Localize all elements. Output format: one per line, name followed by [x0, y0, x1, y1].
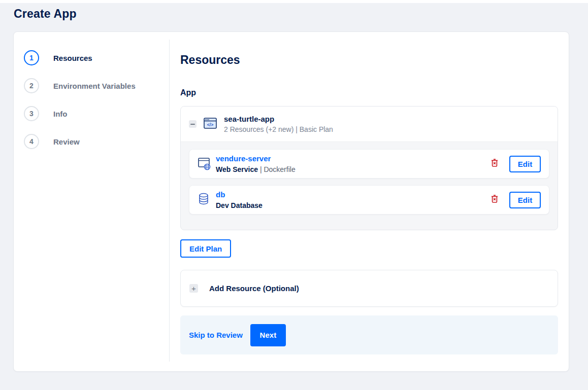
step-environment-variables[interactable]: 2 Environment Variables	[24, 78, 170, 93]
svg-text:</>: </>	[207, 122, 213, 127]
step-review[interactable]: 4 Review	[24, 134, 170, 149]
resource-type: Dev Database	[216, 201, 263, 209]
step-number-badge: 2	[24, 78, 39, 93]
resource-name-link[interactable]: db	[216, 190, 225, 199]
create-app-card: 1 Resources 2 Environment Variables 3 In…	[13, 31, 569, 372]
step-label: Resources	[53, 54, 92, 62]
step-info[interactable]: 3 Info	[24, 106, 170, 121]
resource-row-database: db Dev Database	[189, 185, 549, 215]
app-card-header: </> sea-turtle-app 2 Resources (+2 new) …	[181, 107, 558, 142]
edit-plan-button[interactable]: Edit Plan	[180, 239, 231, 258]
collapse-app-button[interactable]	[189, 120, 197, 128]
delete-resource-button[interactable]	[488, 192, 501, 207]
app-icon: </>	[203, 116, 218, 133]
resource-name-link[interactable]: vendure-server	[216, 154, 271, 163]
add-resource-button[interactable]: + Add Resource (Optional)	[180, 270, 558, 307]
trash-icon	[491, 194, 499, 205]
resource-detail: Web Service | Dockerfile	[216, 165, 296, 173]
resource-row-web-service: vendure-server Web Service | Dockerfile	[189, 149, 549, 179]
resource-text: vendure-server Web Service | Dockerfile	[216, 154, 296, 173]
step-label: Info	[53, 110, 68, 118]
top-strip	[0, 0, 588, 3]
next-button[interactable]: Next	[250, 324, 286, 346]
wizard-stepper: 1 Resources 2 Environment Variables 3 In…	[14, 32, 170, 371]
minus-icon	[190, 124, 195, 125]
web-service-icon	[198, 156, 212, 172]
add-resource-label: Add Resource (Optional)	[209, 284, 299, 293]
app-section-label: App	[180, 88, 558, 97]
step-label: Review	[53, 137, 80, 146]
resource-text: db Dev Database	[216, 190, 263, 209]
step-resources[interactable]: 1 Resources	[24, 50, 170, 65]
step-number-badge: 3	[24, 106, 39, 121]
resource-detail: Dev Database	[216, 201, 263, 209]
step-number-badge: 1	[24, 50, 39, 65]
resource-type: Web Service	[216, 165, 258, 173]
database-icon	[198, 192, 212, 208]
app-resource-list: vendure-server Web Service | Dockerfile	[181, 142, 558, 230]
trash-icon	[491, 158, 499, 169]
app-name: sea-turtle-app	[224, 115, 333, 123]
wizard-footer: Skip to Review Next	[180, 315, 558, 354]
stepper-divider	[169, 40, 170, 362]
skip-to-review-link[interactable]: Skip to Review	[189, 331, 243, 339]
resource-source: | Dockerfile	[258, 165, 296, 173]
delete-resource-button[interactable]	[488, 156, 501, 171]
step-number-badge: 4	[24, 134, 39, 149]
plus-icon: +	[189, 284, 198, 293]
step-label: Environment Variables	[53, 82, 136, 90]
app-summary: 2 Resources (+2 new) | Basic Plan	[224, 125, 333, 133]
resources-step-panel: Resources App </>	[170, 32, 569, 371]
edit-resource-button[interactable]: Edit	[509, 192, 541, 208]
page-title: Create App	[14, 7, 588, 21]
edit-resource-button[interactable]: Edit	[509, 156, 541, 172]
app-header-text: sea-turtle-app 2 Resources (+2 new) | Ba…	[224, 115, 333, 133]
app-card: </> sea-turtle-app 2 Resources (+2 new) …	[180, 106, 558, 230]
step-heading: Resources	[180, 53, 558, 67]
